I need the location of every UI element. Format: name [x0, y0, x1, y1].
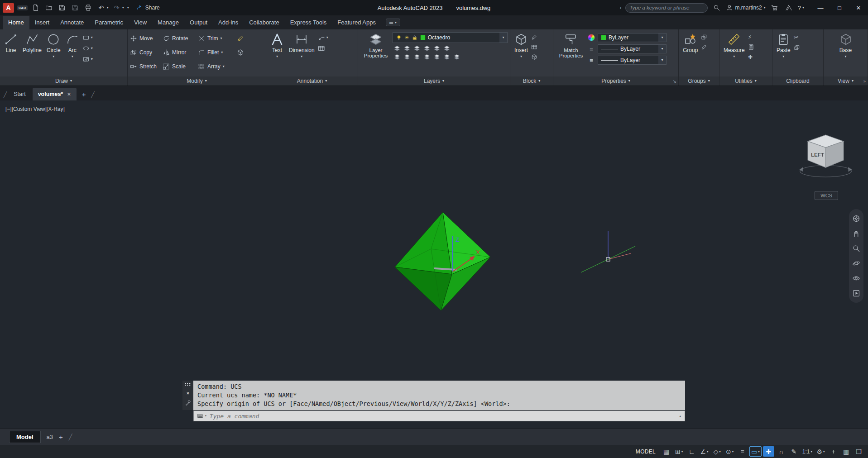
clean-screen-icon[interactable]: ❒ — [853, 446, 864, 457]
match-properties-button[interactable]: Match Properties — [556, 31, 586, 76]
modify-panel-label[interactable]: Modify▾ — [128, 76, 266, 86]
osnap-icon[interactable]: ⊙▾ — [724, 446, 735, 457]
erase-button[interactable] — [237, 35, 249, 42]
rectangle-button[interactable]: ▾ — [82, 34, 93, 41]
group-edit-button[interactable] — [701, 44, 707, 50]
lineweight-list-icon[interactable]: ≡ — [588, 57, 595, 64]
selection-cycling-icon[interactable]: ✚ — [763, 446, 774, 457]
polyline-button[interactable]: Polyline — [21, 31, 43, 76]
close-tab-icon[interactable]: ✕ — [67, 92, 71, 97]
save-button[interactable] — [57, 3, 67, 13]
isodraft-icon[interactable]: ◇▾ — [711, 446, 723, 457]
help-search-box[interactable] — [625, 3, 708, 13]
group-button[interactable]: Group — [681, 31, 700, 76]
snap-icon[interactable]: ⊞▾ — [673, 446, 685, 457]
cut-button[interactable]: ✂ — [794, 34, 800, 41]
tab-manage[interactable]: Manage — [152, 16, 184, 29]
layer-tool-icon[interactable] — [444, 45, 450, 52]
save-as-button[interactable] — [70, 3, 80, 13]
selection-window-icon[interactable]: ▭▾ — [749, 446, 762, 457]
quick-select-button[interactable]: ⚡ — [748, 34, 754, 40]
file-tab-start[interactable]: Start — [8, 88, 31, 100]
customization-gear-icon[interactable]: ⚙▾ — [815, 446, 826, 457]
user-menu[interactable]: m.martins2 ▾ — [726, 4, 765, 11]
command-input-menu[interactable]: ▾ — [197, 413, 207, 419]
layer-on-bulb-icon[interactable] — [396, 34, 402, 41]
explode-button[interactable] — [237, 49, 249, 56]
dimension-dropdown-icon[interactable]: ▾ — [301, 55, 302, 58]
layer-tool-icon[interactable] — [414, 45, 420, 52]
paste-button[interactable]: Paste ▾ — [775, 31, 792, 76]
tab-express-tools[interactable]: Express Tools — [285, 16, 332, 29]
insert-dropdown-icon[interactable]: ▾ — [520, 55, 522, 58]
base-dropdown-icon[interactable]: ▾ — [844, 55, 846, 58]
maximize-button[interactable]: □ — [830, 0, 849, 15]
circle-dropdown-icon[interactable]: ▾ — [53, 55, 54, 58]
layer-dropdown-caret[interactable]: ▾ — [499, 33, 507, 43]
open-file-button[interactable] — [44, 3, 54, 13]
layer-lock-icon[interactable] — [412, 34, 418, 41]
utilities-panel-label[interactable]: Utilities▾ — [719, 76, 772, 86]
search-icon[interactable] — [712, 3, 722, 13]
ungroup-button[interactable] — [701, 34, 707, 40]
steering-wheel-icon[interactable] — [852, 215, 860, 223]
move-button[interactable]: Move — [130, 35, 163, 42]
search-input[interactable] — [629, 5, 704, 10]
viewport-controls[interactable]: [−][Custom View][X-Ray] — [5, 106, 65, 112]
line-button[interactable]: Line — [2, 31, 19, 76]
cart-icon[interactable] — [770, 3, 780, 13]
command-window-grip[interactable]: ✕ — [182, 381, 193, 410]
clipboard-panel-label[interactable]: Clipboard — [772, 76, 823, 86]
leader-button[interactable]: ▾ — [318, 34, 328, 41]
groups-panel-label[interactable]: Groups▾ — [679, 76, 719, 86]
layer-tool-icon[interactable] — [404, 54, 410, 60]
layer-tool-icon[interactable] — [404, 45, 410, 52]
polar-tracking-icon[interactable]: ∠▾ — [699, 446, 710, 457]
ellipse-button[interactable]: ▾ — [82, 45, 93, 52]
autocad-logo[interactable]: A — [3, 3, 14, 13]
minimize-button[interactable]: — — [811, 0, 830, 15]
properties-dialog-launcher-icon[interactable]: ↘ — [673, 79, 676, 84]
linetype-list-icon[interactable]: ≡ — [588, 46, 595, 52]
ribbon-display-toggle[interactable]: ▬ ▾ — [386, 19, 400, 26]
layer-properties-button[interactable]: Layer Properties — [360, 31, 391, 76]
dimension-button[interactable]: Dimension ▾ — [287, 31, 317, 76]
command-scroll-up-icon[interactable]: ▴ — [679, 414, 681, 418]
ortho-icon[interactable]: ∟ — [686, 446, 697, 457]
layer-tool-icon[interactable] — [434, 54, 440, 60]
layer-tool-icon[interactable] — [434, 45, 440, 52]
scale-button[interactable]: Scale — [163, 63, 198, 70]
graphics-performance-icon[interactable]: ▥ — [840, 446, 852, 457]
text-dropdown-icon[interactable]: ▾ — [276, 55, 278, 58]
undo-button[interactable]: ↶ — [96, 3, 106, 13]
arc-dropdown-icon[interactable]: ▾ — [72, 55, 73, 58]
ribbon-overflow-icon[interactable]: » — [863, 79, 866, 84]
drawing-viewport[interactable]: [−][Custom View][X-Ray] LEFT WCS — [0, 100, 868, 429]
command-input-row[interactable]: ▾ ▴ — [193, 410, 685, 421]
octahedron-object[interactable]: Z X — [385, 208, 503, 318]
layer-tool-icon[interactable] — [444, 54, 450, 60]
look-icon[interactable] — [852, 274, 860, 282]
layer-color-chip[interactable] — [420, 35, 426, 40]
qat-menu-icon[interactable]: ▾ — [127, 6, 129, 10]
showmotion-icon[interactable] — [852, 289, 860, 297]
pan-hand-icon[interactable] — [852, 229, 860, 238]
grid-icon[interactable]: ▦ — [661, 446, 672, 457]
tab-home[interactable]: Home — [3, 16, 29, 29]
command-settings-wrench-icon[interactable] — [185, 400, 191, 406]
drag-handle-icon[interactable] — [185, 382, 191, 386]
wcs-selector[interactable]: WCS — [815, 191, 838, 200]
block-panel-label[interactable]: Block▾ — [510, 76, 553, 86]
close-button[interactable]: ✕ — [849, 0, 868, 15]
text-button[interactable]: Text ▾ — [269, 31, 286, 76]
layer-freeze-sun-icon[interactable]: ☀ — [404, 34, 409, 41]
layer-tool-icon[interactable] — [414, 54, 420, 60]
lineweight-dropdown[interactable]: ByLayer ▾ — [598, 56, 667, 65]
orbit-icon[interactable] — [852, 259, 860, 267]
undo-dropdown-icon[interactable]: ▾ — [107, 6, 109, 10]
insert-block-button[interactable]: Insert ▾ — [513, 31, 530, 76]
paste-dropdown-icon[interactable]: ▾ — [782, 55, 784, 58]
block-editor-button[interactable] — [531, 54, 537, 60]
linetype-dropdown[interactable]: ByLayer ▾ — [598, 44, 667, 53]
plot-button[interactable] — [83, 3, 93, 13]
